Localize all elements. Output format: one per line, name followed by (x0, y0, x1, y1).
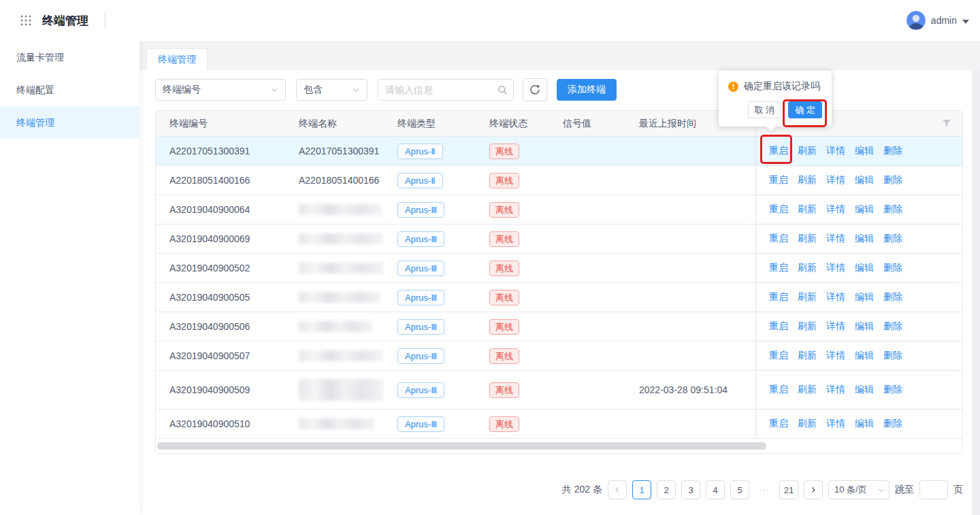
detail-link[interactable]: 详情 (826, 350, 845, 362)
sidebar-item-sim-card-management[interactable]: 流量卡管理 (0, 41, 140, 73)
delete-link[interactable]: 删除 (883, 203, 902, 216)
detail-link[interactable]: 详情 (826, 291, 845, 303)
refresh-link[interactable]: 刷新 (798, 262, 817, 274)
edit-link[interactable]: 编辑 (855, 174, 874, 186)
jump-page-input[interactable] (919, 480, 948, 499)
detail-link[interactable]: 详情 (826, 384, 845, 396)
table-row[interactable]: A32019040900505 Aprus-Ⅲ 离线 重启刷新详情编辑删除 (156, 283, 962, 312)
page-button-1[interactable]: 1 (632, 480, 651, 499)
refresh-link[interactable]: 刷新 (798, 203, 817, 216)
row-actions-cell: 重启刷新详情编辑删除 (756, 312, 962, 341)
chevron-down-icon (270, 86, 278, 94)
refresh-button[interactable] (523, 78, 547, 101)
detail-link[interactable]: 详情 (826, 203, 845, 216)
delete-link[interactable]: 删除 (883, 350, 902, 362)
last-report-cell (625, 283, 756, 312)
terminal-status-cell: 离线 (476, 283, 549, 312)
edit-link[interactable]: 编辑 (855, 320, 874, 333)
refresh-link[interactable]: 刷新 (798, 233, 817, 245)
refresh-link[interactable]: 刷新 (798, 291, 817, 303)
refresh-link[interactable]: 刷新 (798, 174, 817, 186)
table-row[interactable]: A32019040900064 Aprus-Ⅲ 离线 重启刷新详情编辑删除 (156, 195, 962, 225)
terminal-status-cell: 离线 (476, 195, 549, 224)
field-select[interactable]: 终端编号 (155, 79, 286, 101)
page-button-2[interactable]: 2 (657, 480, 676, 499)
signal-value-cell (549, 410, 625, 438)
confirm-button[interactable]: 确 定 (788, 101, 822, 118)
detail-link[interactable]: 详情 (826, 145, 845, 157)
terminal-id-cell: A32019040900064 (156, 195, 285, 224)
refresh-link[interactable]: 刷新 (798, 350, 817, 362)
restart-link[interactable]: 重启 (769, 174, 788, 186)
operator-select[interactable]: 包含 (296, 79, 368, 101)
table-row[interactable]: A32019040900069 Aprus-Ⅲ 离线 重启刷新详情编辑删除 (156, 225, 962, 254)
table-row[interactable]: A32019040900510 Aprus-Ⅲ 离线 重启刷新详情编辑删除 (156, 410, 962, 439)
refresh-link[interactable]: 刷新 (798, 320, 817, 333)
table-row[interactable]: A32019040900506 Aprus-Ⅲ 离线 重启刷新详情编辑删除 (156, 312, 962, 342)
cancel-button[interactable]: 取 消 (748, 101, 782, 118)
restart-link[interactable]: 重启 (769, 145, 788, 157)
delete-link[interactable]: 删除 (883, 320, 902, 333)
detail-link[interactable]: 详情 (826, 174, 845, 186)
page-size-select[interactable]: 10 条/页 (828, 480, 889, 499)
edit-link[interactable]: 编辑 (855, 203, 874, 216)
search-icon[interactable] (497, 85, 508, 95)
edit-link[interactable]: 编辑 (855, 291, 874, 303)
table-row[interactable]: A32019040900502 Aprus-Ⅲ 离线 重启刷新详情编辑删除 (156, 254, 962, 283)
delete-link[interactable]: 删除 (883, 145, 902, 157)
delete-link[interactable]: 删除 (883, 291, 902, 303)
terminal-name-cell (285, 195, 384, 224)
page-button-21[interactable]: 21 (779, 480, 798, 499)
terminal-status-cell: 离线 (476, 342, 549, 370)
table-row[interactable]: A22018051400166 A22018051400166 Aprus-Ⅱ … (156, 166, 962, 195)
edit-link[interactable]: 编辑 (855, 262, 874, 274)
delete-link[interactable]: 删除 (883, 233, 902, 245)
restart-link[interactable]: 重启 (769, 291, 788, 303)
delete-link[interactable]: 删除 (883, 262, 902, 274)
filter-funnel-icon[interactable] (942, 119, 951, 128)
user-menu[interactable]: admin (906, 0, 969, 41)
restart-link[interactable]: 重启 (769, 233, 788, 245)
table-row[interactable]: A32019040900507 Aprus-Ⅲ 离线 重启刷新详情编辑删除 (156, 342, 962, 371)
refresh-link[interactable]: 刷新 (798, 145, 817, 157)
terminal-name-cell (285, 225, 384, 253)
refresh-link[interactable]: 刷新 (798, 418, 817, 430)
page-button-4[interactable]: 4 (706, 480, 725, 499)
scrollbar-thumb[interactable] (157, 442, 766, 450)
detail-link[interactable]: 详情 (826, 320, 845, 333)
sidebar-item-terminal-management[interactable]: 终端管理 (0, 106, 140, 139)
edit-link[interactable]: 编辑 (855, 384, 874, 396)
restart-link[interactable]: 重启 (769, 384, 788, 396)
refresh-link[interactable]: 刷新 (798, 384, 817, 396)
tab-terminal-management[interactable]: 终端管理 (146, 48, 208, 70)
page-button-3[interactable]: 3 (681, 480, 700, 499)
edit-link[interactable]: 编辑 (855, 145, 874, 157)
restart-link[interactable]: 重启 (769, 320, 788, 333)
header-divider (105, 12, 105, 29)
search-input[interactable] (385, 84, 497, 95)
edit-link[interactable]: 编辑 (855, 233, 874, 245)
delete-link[interactable]: 删除 (883, 384, 902, 396)
delete-link[interactable]: 删除 (883, 418, 902, 430)
apps-grid-icon[interactable] (20, 15, 31, 26)
detail-link[interactable]: 详情 (826, 418, 845, 430)
page-title: 终端管理 (42, 13, 88, 29)
detail-link[interactable]: 详情 (826, 233, 845, 245)
edit-link[interactable]: 编辑 (855, 350, 874, 362)
prev-page-button[interactable] (608, 480, 627, 499)
next-page-button[interactable] (804, 480, 823, 499)
edit-link[interactable]: 编辑 (855, 418, 874, 430)
table-row[interactable]: A22017051300391 A22017051300391 Aprus-Ⅱ … (156, 137, 962, 166)
restart-link[interactable]: 重启 (769, 262, 788, 274)
add-terminal-button[interactable]: 添加终端 (557, 79, 617, 101)
table-row[interactable]: A32019040900509 Aprus-Ⅲ 离线 2022-03-28 09… (156, 371, 962, 410)
terminal-table: 终端编号 终端名称 终端类型 终端状态 信号值 最近上报时间 A22017051… (155, 110, 963, 454)
restart-link[interactable]: 重启 (769, 350, 788, 362)
restart-link[interactable]: 重启 (769, 203, 788, 216)
delete-link[interactable]: 删除 (883, 174, 902, 186)
detail-link[interactable]: 详情 (826, 262, 845, 274)
page-button-5[interactable]: 5 (730, 480, 749, 499)
column-header-terminal-id: 终端编号 (156, 111, 285, 136)
restart-link[interactable]: 重启 (769, 418, 788, 430)
sidebar-item-terminal-config[interactable]: 终端配置 (0, 73, 140, 106)
